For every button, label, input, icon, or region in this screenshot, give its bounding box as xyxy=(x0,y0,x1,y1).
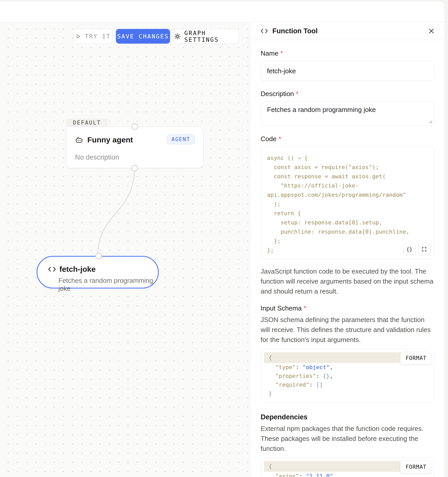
code-field-label: Code * xyxy=(261,135,435,143)
app-header xyxy=(0,1,444,22)
gear-icon xyxy=(174,33,181,40)
description-label-text: Description xyxy=(261,90,294,98)
tool-node-title: fetch-joke xyxy=(59,265,96,274)
resize-grip-icon[interactable] xyxy=(429,120,432,123)
robot-icon xyxy=(75,136,83,144)
required-asterisk: * xyxy=(279,135,281,143)
input-schema-label-text: Input Schema xyxy=(261,304,302,312)
required-asterisk: * xyxy=(304,304,306,312)
code-help-text: JavaScript function code to be executed … xyxy=(261,266,435,296)
agent-node[interactable]: Funny agent AGENT No description xyxy=(66,127,203,168)
agent-node-title-row: Funny agent xyxy=(75,136,133,144)
expand-icon xyxy=(422,247,426,252)
graph-canvas[interactable]: TRY IT SAVE CHANGES GRAPH SETTINGS DEFAU… xyxy=(0,22,250,477)
agent-node-group-tab[interactable]: DEFAULT xyxy=(66,118,108,127)
code-content[interactable]: async () ⇒ { const axios = require("axio… xyxy=(267,153,431,255)
agent-type-badge-label: AGENT xyxy=(172,136,190,142)
dependencies-heading: Dependencies xyxy=(261,413,435,421)
input-schema-field-label: Input Schema * xyxy=(261,304,435,312)
save-changes-label: SAVE CHANGES xyxy=(117,33,169,40)
panel-title: Function Tool xyxy=(272,27,423,35)
tool-node-top-handle[interactable] xyxy=(95,253,102,260)
format-button-label: FORMAT xyxy=(406,464,426,470)
name-input[interactable] xyxy=(261,61,435,81)
code-icon xyxy=(261,28,268,34)
panel-header: Function Tool xyxy=(250,22,444,40)
description-field-label: Description * xyxy=(261,90,435,98)
play-icon xyxy=(75,33,81,39)
save-changes-button[interactable]: SAVE CHANGES xyxy=(116,29,170,44)
function-tool-node[interactable]: fetch-joke Fetches a random programming … xyxy=(37,256,159,288)
try-it-button[interactable]: TRY IT xyxy=(73,29,112,44)
expand-fullscreen-button[interactable] xyxy=(418,244,430,255)
graph-settings-button[interactable]: GRAPH SETTINGS xyxy=(174,29,239,44)
description-textarea[interactable]: Fetches a random programming joke xyxy=(261,101,435,126)
default-tab-label: DEFAULT xyxy=(73,120,101,126)
agent-node-top-handle[interactable] xyxy=(131,123,138,130)
code-label-text: Code xyxy=(261,135,276,143)
input-schema-help-text: JSON schema defining the parameters that… xyxy=(261,315,435,345)
code-editor[interactable]: async () ⇒ { const axios = require("axio… xyxy=(261,147,435,259)
format-button-label: FORMAT xyxy=(406,355,426,361)
app-main: TRY IT SAVE CHANGES GRAPH SETTINGS DEFAU… xyxy=(0,22,444,477)
function-tool-panel: Function Tool Name * Description * xyxy=(250,22,444,477)
braces-icon: {} xyxy=(406,246,412,252)
node-edge xyxy=(0,22,250,477)
format-button[interactable]: FORMAT xyxy=(400,352,432,365)
format-button[interactable]: FORMAT xyxy=(400,461,432,473)
input-schema-editor[interactable]: { "type": "object", "properties": {}, "r… xyxy=(261,349,435,403)
panel-body: Name * Description * Fetches a random pr… xyxy=(250,40,444,477)
tool-node-description: Fetches a random programming joke xyxy=(58,277,158,293)
required-asterisk: * xyxy=(296,90,298,98)
tool-node-title-row: fetch-joke xyxy=(48,265,96,274)
agent-node-title: Funny agent xyxy=(87,136,133,144)
dependencies-editor[interactable]: { "axios": "1.11.0"} FORMAT xyxy=(261,458,435,477)
app-window: TRY IT SAVE CHANGES GRAPH SETTINGS DEFAU… xyxy=(0,1,444,477)
graph-settings-label: GRAPH SETTINGS xyxy=(184,30,239,43)
name-label-text: Name xyxy=(261,49,278,57)
name-field-label: Name * xyxy=(261,49,435,57)
try-it-label: TRY IT xyxy=(85,33,111,40)
agent-node-bottom-handle[interactable] xyxy=(131,165,138,171)
close-icon[interactable] xyxy=(428,28,435,34)
agent-type-badge: AGENT xyxy=(167,134,195,144)
code-icon xyxy=(48,266,56,272)
dependencies-help-text: External npm packages that the function … xyxy=(261,424,435,454)
format-braces-button[interactable]: {} xyxy=(403,244,415,255)
required-asterisk: * xyxy=(280,49,283,57)
agent-node-description: No description xyxy=(75,153,119,161)
